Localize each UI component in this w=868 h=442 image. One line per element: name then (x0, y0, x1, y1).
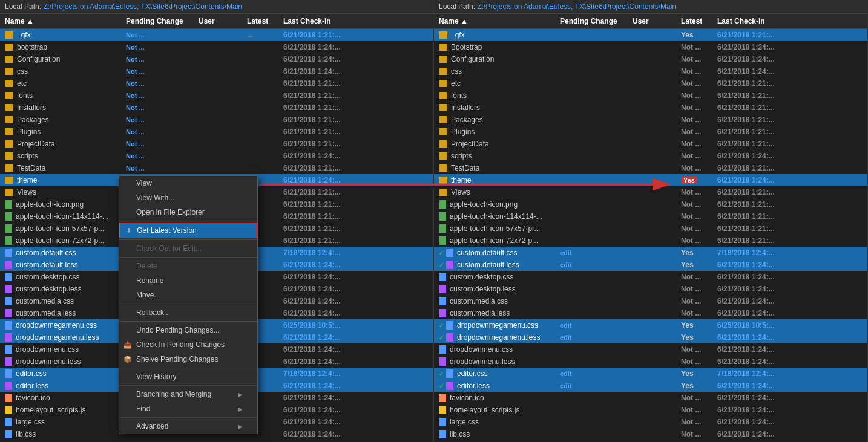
col-pending-header[interactable]: Pending Change (121, 16, 194, 27)
file-row[interactable]: bootstrapNot ...6/21/2018 1:24:... (0, 41, 433, 53)
menu-item-undo[interactable]: Undo Pending Changes... (119, 323, 257, 337)
latest-cell (242, 119, 278, 121)
file-row[interactable]: _gfxYes6/21/2018 1:21:... (434, 29, 867, 41)
file-row[interactable]: PackagesNot ...6/21/2018 1:21:... (434, 114, 867, 126)
file-row[interactable]: cssNot ...6/21/2018 1:24:... (434, 65, 867, 77)
file-row[interactable]: apple-touch-icon-114x114-...Not ...6/21/… (434, 210, 867, 223)
file-name-text: custom.media.less (16, 309, 76, 317)
right-path-bar: Local Path: Z:\Projects on Adarna\Euless… (434, 0, 867, 14)
file-row[interactable]: apple-touch-icon.pngNot ...6/21/2018 1:2… (434, 198, 867, 210)
menu-item-rollback[interactable]: Rollback... (119, 305, 257, 320)
right-col-pending-header[interactable]: Pending Change (555, 16, 628, 27)
file-name-text: custom.default.less (16, 261, 78, 269)
file-row[interactable]: cssNot ...6/21/2018 1:24:... (0, 65, 433, 77)
col-checkin-header[interactable]: Last Check-in (278, 16, 433, 27)
menu-item-checkin[interactable]: 📥Check In Pending Changes (119, 337, 257, 352)
file-name-cell: fonts (434, 90, 555, 101)
user-cell (194, 34, 242, 36)
right-col-name-header[interactable]: Name ▲ (434, 16, 555, 27)
file-row[interactable]: TestDataNot ...6/21/2018 1:21:... (434, 162, 867, 174)
file-row[interactable]: favicon.icoNot ...6/21/2018 1:24:... (434, 392, 867, 404)
file-row[interactable]: themeYes6/21/2018 1:24:... (434, 174, 867, 186)
ico-icon (5, 394, 12, 402)
menu-item-branching[interactable]: Branching and Merging▶ (119, 387, 257, 401)
file-row[interactable]: ProjectDataNot ...6/21/2018 1:21:... (0, 138, 433, 150)
file-row[interactable]: scriptsNot ...6/21/2018 1:24:... (434, 150, 867, 162)
menu-item-rename[interactable]: Rename (119, 273, 257, 288)
file-row[interactable]: custom.media.cssNot ...6/21/2018 1:24:..… (434, 295, 867, 307)
file-row[interactable]: custom.desktop.lessNot ...6/21/2018 1:24… (434, 283, 867, 295)
file-row[interactable]: lib.cssNot ...6/21/2018 1:24:... (434, 428, 867, 440)
menu-item-shelve[interactable]: 📦Shelve Pending Changes (119, 352, 257, 366)
menu-item-find[interactable]: Find▶ (119, 401, 257, 416)
right-col-checkin-header[interactable]: Last Check-in (712, 16, 867, 27)
latest-cell: Not ... (676, 235, 712, 246)
file-row[interactable]: _gfxNot ......6/21/2018 1:21:... (0, 29, 433, 41)
file-row[interactable]: PackagesNot ...6/21/2018 1:21:... (0, 114, 433, 126)
file-name-cell: favicon.ico (434, 392, 555, 403)
file-row[interactable]: ✓editor.csseditYes7/18/2018 12:4:... (434, 368, 867, 380)
file-row[interactable]: fontsNot ...6/21/2018 1:21:... (0, 89, 433, 102)
latest-cell: Not ... (676, 344, 712, 355)
file-row[interactable]: large.cssNot ...6/21/2018 1:24:... (434, 416, 867, 428)
menu-item-get-latest[interactable]: ⬇Get Latest Version (119, 223, 257, 238)
col-name-header[interactable]: Name ▲ (0, 16, 121, 27)
file-row[interactable]: ProjectDataNot ...6/21/2018 1:21:... (434, 138, 867, 150)
menu-item-view[interactable]: View (119, 176, 257, 190)
menu-item-advanced[interactable]: Advanced▶ (119, 419, 257, 434)
menu-item-history[interactable]: View History (119, 369, 257, 384)
file-row[interactable]: ✓custom.default.csseditYes7/18/2018 12:4… (434, 247, 867, 259)
file-row[interactable]: ConfigurationNot ...6/21/2018 1:24:... (434, 53, 867, 65)
right-path-link[interactable]: Z:\Projects on Adarna\Euless, TX\Site6\P… (477, 2, 676, 11)
file-row[interactable]: ✓editor.lesseditYes6/21/2018 1:24:... (434, 380, 867, 392)
file-row[interactable]: scriptsNot ...6/21/2018 1:24:... (0, 150, 433, 162)
right-file-list[interactable]: _gfxYes6/21/2018 1:21:...BootstrapNot ..… (434, 29, 867, 442)
file-row[interactable]: fontsNot ...6/21/2018 1:21:... (434, 89, 867, 102)
pending-cell (555, 433, 628, 435)
file-row[interactable]: custom.desktop.cssNot ...6/21/2018 1:24:… (434, 271, 867, 283)
checkin-cell: 6/21/2018 1:24:... (712, 271, 867, 282)
file-row[interactable]: ✓custom.default.lesseditYes6/21/2018 1:2… (434, 259, 867, 271)
file-row[interactable]: custom.media.lessNot ...6/21/2018 1:24:.… (434, 307, 867, 319)
checkin-cell: 6/21/2018 1:24:... (712, 284, 867, 294)
file-row[interactable]: apple-touch-icon-57x57-pr...Not ...6/21/… (434, 223, 867, 235)
file-row[interactable]: InstallersNot ...6/21/2018 1:21:... (434, 102, 867, 114)
checkin-cell: 6/21/2018 1:24:... (278, 405, 433, 415)
col-user-header[interactable]: User (194, 16, 242, 27)
file-row[interactable]: homelayout_scripts.jsNot ...6/21/2018 1:… (434, 404, 867, 416)
file-row[interactable]: ✓dropdownmegamenu.csseditYes6/25/2018 10… (434, 319, 867, 331)
right-col-latest-header[interactable]: Latest (676, 16, 712, 27)
menu-item-open-explorer[interactable]: Open in File Explorer (119, 205, 257, 219)
left-path-link[interactable]: Z:\Projects on Adarna\Euless, TX\Site6\P… (43, 2, 242, 11)
file-row[interactable]: ✓dropdownmegamenu.lesseditYes6/21/2018 1… (434, 331, 867, 343)
file-row[interactable]: PluginsNot ...6/21/2018 1:21:... (434, 126, 867, 138)
latest-cell: Not ... (676, 102, 712, 113)
file-name-text: scripts (17, 152, 38, 160)
file-name-cell: scripts (434, 151, 555, 161)
checkin-cell: 6/21/2018 1:21:... (712, 102, 867, 113)
file-row[interactable]: dropdownmenu.lessNot ...6/21/2018 1:24:.… (434, 356, 867, 368)
file-row[interactable]: PluginsNot ...6/21/2018 1:21:... (0, 126, 433, 138)
file-row[interactable]: BootstrapNot ...6/21/2018 1:24:... (434, 41, 867, 53)
menu-item-label: Rename (136, 276, 163, 285)
user-cell (628, 264, 676, 266)
left-path-bar: Local Path: Z:\Projects on Adarna\Euless… (0, 0, 433, 14)
file-row[interactable]: InstallersNot ...6/21/2018 1:21:... (0, 102, 433, 114)
css-icon (446, 249, 453, 257)
folder-icon (439, 116, 447, 123)
file-row[interactable]: etcNot ...6/21/2018 1:21:... (434, 77, 867, 89)
col-latest-header[interactable]: Latest (242, 16, 278, 27)
checkin-cell: 6/21/2018 1:24:... (278, 344, 433, 355)
file-row[interactable]: ViewsNot ...6/21/2018 1:21:... (434, 186, 867, 198)
file-row[interactable]: ConfigurationNot ...6/21/2018 1:24:... (0, 53, 433, 65)
right-col-user-header[interactable]: User (628, 16, 676, 27)
menu-item-move[interactable]: Move... (119, 288, 257, 302)
file-row[interactable]: TestDataNot ...6/21/2018 1:21:... (0, 162, 433, 174)
file-row[interactable]: etcNot ...6/21/2018 1:21:... (0, 77, 433, 89)
file-name-text: lib.css (450, 430, 470, 438)
menu-item-view-with[interactable]: View With... (119, 190, 257, 205)
file-name-cell: Bootstrap (434, 42, 555, 53)
file-row[interactable]: dropdownmenu.cssNot ...6/21/2018 1:24:..… (434, 343, 867, 356)
file-row[interactable]: apple-touch-icon-72x72-p...Not ...6/21/2… (434, 235, 867, 247)
user-cell (628, 336, 676, 339)
